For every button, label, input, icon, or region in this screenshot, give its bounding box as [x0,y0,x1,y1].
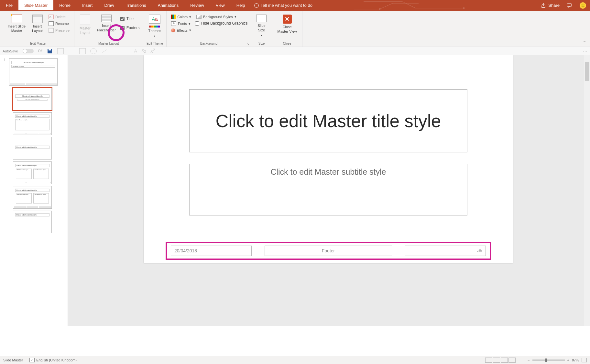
svg-rect-2 [567,4,572,6]
bg-styles-icon [196,15,202,19]
colors-button[interactable]: Colors ▾ [170,14,192,20]
font-color-icon[interactable]: A [134,49,137,53]
footer-placeholder[interactable]: Footer [265,246,392,256]
emoji-icon[interactable]: 🙂 [580,2,586,9]
thumb-slide-master[interactable]: Click to edit Master title style • Edit … [9,58,58,86]
tab-home[interactable]: Home [53,0,76,10]
rename-button[interactable]: Rename [47,21,71,27]
zoom-in-button[interactable]: + [567,358,569,362]
spellcheck-icon: ✓ [29,358,35,362]
tab-draw[interactable]: Draw [98,0,120,10]
master-layout-label: Master Layout [80,26,91,35]
view-mode-buttons[interactable] [485,358,516,363]
tell-me-label: Tell me what you want to do [261,3,312,8]
share-label: Share [548,3,560,8]
tab-insert[interactable]: Insert [76,0,99,10]
tab-transitions[interactable]: Transitions [120,0,152,10]
align-right-icon[interactable] [192,48,199,54]
delete-icon: ✕ [49,15,54,19]
subscript-button[interactable]: X2 [142,48,146,53]
thumb-comparison-layout[interactable]: Click to edit Master title style • Edit … [13,186,52,209]
slide-size-label: Slide Size [257,24,265,33]
zoom-slider[interactable] [532,359,565,361]
footers-checkbox[interactable]: Footers [120,25,140,31]
slideshow-view-icon[interactable] [508,358,516,363]
tab-help[interactable]: Help [231,0,251,10]
thumb-two-content-layout[interactable]: Click to edit Master title style • Edit … [13,161,52,184]
save-icon[interactable] [47,48,53,54]
title-placeholder[interactable]: Click to edit Master title style [189,89,467,152]
fill-icon[interactable] [112,48,119,54]
thumb-title-slide-layout[interactable]: Click to edit Master title style Click t… [13,88,52,110]
subtitle-placeholder[interactable]: Click to edit Master subtitle style [189,164,467,215]
fonts-button[interactable]: AFonts ▾ [170,21,192,27]
autosave-off-label: Off [38,49,42,53]
thumbnails-panel[interactable]: 1 Click to edit Master title style • Edi… [0,55,68,326]
bg-styles-button[interactable]: Background Styles ▾ [195,14,247,19]
title-checkbox[interactable]: Title [120,16,140,22]
distribute-h-icon[interactable] [214,48,221,54]
line-shape-icon[interactable] [101,48,108,54]
zoom-level[interactable]: 87% [572,358,579,362]
delete-button[interactable]: ✕Delete [47,14,71,20]
themes-colors-icon [149,26,160,28]
slide-sorter-view-icon[interactable] [493,358,500,363]
tab-file[interactable]: File [0,0,18,10]
status-bar: Slide Master ✓ English (United Kingdom) … [0,356,590,364]
slide-number-placeholder[interactable]: ‹#› [405,246,486,256]
themes-button[interactable]: Aa Themes ▾ [147,14,163,39]
touch-mouse-icon[interactable] [57,48,64,54]
master-layout-icon [80,15,90,25]
insert-layout-label: Insert Layout [32,24,43,33]
distribute-v-icon[interactable] [225,48,232,54]
slide-canvas-area[interactable]: Click to edit Master title style Click t… [68,55,590,326]
group-edit-theme-label: Edit Theme [147,42,163,45]
thumb-title-only-layout[interactable]: Click to edit Master title style [13,211,52,233]
comments-icon[interactable] [567,3,573,8]
insert-placeholder-button[interactable]: Insert Placeholder [95,14,118,33]
slide-layout-preview[interactable]: Click to edit Master title style Click t… [144,55,513,263]
superscript-button[interactable]: X2 [150,48,155,54]
tab-animations[interactable]: Animations [152,0,184,10]
thumb-section-header-layout[interactable]: Click to edit Master title style [13,137,52,160]
slide-size-button[interactable]: Slide Size ▾ [254,14,268,38]
tab-review[interactable]: Review [184,0,210,10]
oval-shape-icon[interactable] [90,48,97,54]
rename-icon [49,21,54,26]
insert-layout-button[interactable]: Insert Layout [30,14,45,34]
collapse-ribbon-button[interactable]: ⌃ [583,40,586,45]
align-left-icon[interactable] [170,48,177,54]
status-language[interactable]: ✓ English (United Kingdom) [29,358,77,362]
hide-bg-checkbox[interactable]: Hide Background Graphics [195,20,247,26]
zoom-out-button[interactable]: − [528,358,530,362]
rectangle-shape-icon[interactable] [79,48,86,54]
effects-button[interactable]: Effects ▾ [170,28,192,33]
outline-icon[interactable] [123,48,130,54]
quick-access-toolbar: AutoSave Off A X2 X2 ⋯ [0,47,590,55]
preserve-button[interactable]: Preserve [47,28,71,33]
thumb-title-content-layout[interactable]: Click to edit Master title style • Edit … [13,112,52,135]
status-view-label: Slide Master [3,358,23,362]
themes-label: Themes [148,29,161,33]
autosave-toggle[interactable] [23,49,34,53]
share-button[interactable]: Share [541,3,560,8]
bulb-icon [254,3,259,8]
insert-slide-master-label: Insert Slide Master [8,24,26,33]
align-center-icon[interactable] [181,48,188,54]
fit-to-window-button[interactable] [582,358,587,362]
tell-me-search[interactable]: Tell me what you want to do [254,3,312,8]
tab-slide-master[interactable]: Slide Master [18,0,53,10]
vertical-scrollbar[interactable] [584,55,590,326]
tab-view[interactable]: View [210,0,231,10]
reading-view-icon[interactable] [501,358,508,363]
date-placeholder[interactable]: 20/04/2018 [171,246,252,256]
ribbon: Insert Slide Master Insert Layout ✕Delet… [0,11,590,47]
insert-slide-master-button[interactable]: Insert Slide Master [6,14,27,34]
insert-layout-icon [32,15,43,23]
normal-view-icon[interactable] [485,358,492,363]
qat-overflow-button[interactable]: ⋯ [583,49,587,54]
master-layout-button[interactable]: Master Layout [78,14,93,36]
svg-line-5 [102,50,107,53]
close-master-view-button[interactable]: ✕ Close Master View [275,14,299,35]
background-dialog-launcher[interactable]: ↘ [247,42,249,45]
